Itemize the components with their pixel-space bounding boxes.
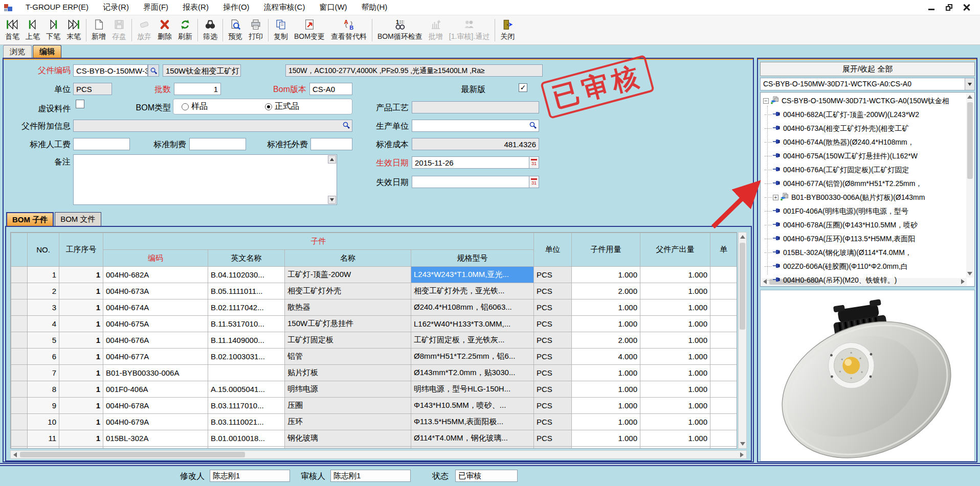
effective-date-field[interactable]: 2015-11-26: [412, 156, 529, 169]
bom-type-radio-1[interactable]: 样品: [182, 101, 208, 112]
cell-unit[interactable]: PCS: [534, 398, 572, 414]
cell-partial[interactable]: [710, 447, 737, 449]
cell-row-indicator[interactable]: [11, 316, 28, 332]
bom-version-dropdown[interactable]: CS-BYB-O-150MW-30D71-WCTKG-A0:CS-A0: [760, 78, 975, 90]
prev-record-button[interactable]: 上笔: [23, 16, 43, 44]
cell-row-indicator[interactable]: [11, 299, 28, 316]
cell-name[interactable]: 贴片灯板: [285, 365, 411, 381]
cell-unit[interactable]: PCS: [534, 381, 572, 398]
dropdown-arrow-button[interactable]: [965, 78, 974, 90]
cell-unit[interactable]: PCS: [534, 299, 572, 316]
cell-en-name[interactable]: B.03.1117010...: [208, 398, 285, 414]
tree-item-7[interactable]: 004H0-677A(铝管)(Ø8mm*H51*T2.25mm，: [765, 177, 964, 191]
cell-code[interactable]: 004H0-682A: [103, 267, 208, 283]
cell-partial[interactable]: [710, 365, 737, 381]
cell-partial[interactable]: [710, 349, 737, 365]
bom-loop-check-button[interactable]: 1BOM循环检查: [374, 16, 426, 44]
cell-no[interactable]: 12: [28, 447, 59, 449]
cell-seq[interactable]: 1: [59, 283, 103, 299]
cell-unit[interactable]: PCS: [534, 349, 572, 365]
tab-browse[interactable]: 浏览: [3, 45, 32, 58]
cell-qty[interactable]: 1.000: [572, 299, 640, 316]
cell-en-name[interactable]: [208, 365, 285, 381]
cell-parent-qty[interactable]: 1.000: [640, 267, 710, 283]
cell-no[interactable]: 11: [28, 430, 59, 447]
menu-item-7[interactable]: 窗口(W): [312, 1, 354, 14]
cell-partial[interactable]: [710, 381, 737, 398]
menu-item-4[interactable]: 报表(R): [175, 1, 216, 14]
remark-scroll-down-button[interactable]: [328, 196, 336, 204]
cell-name[interactable]: 150W工矿灯悬挂件: [285, 316, 411, 332]
cell-code[interactable]: B01-BYB00330-006A: [103, 365, 208, 381]
cell-en-name[interactable]: B.05.1111011...: [208, 283, 285, 299]
cell-seq[interactable]: 1: [59, 430, 103, 447]
cell-spec[interactable]: 相变工矿灯外壳，亚光铁...: [411, 283, 534, 299]
cell-qty[interactable]: 2.000: [572, 332, 640, 349]
remark-textarea[interactable]: [73, 154, 337, 205]
production-unit-field[interactable]: [412, 120, 539, 132]
bom-version-field[interactable]: CS-A0: [309, 83, 352, 95]
cell-unit[interactable]: PCS: [534, 283, 572, 299]
cell-unit[interactable]: PCS: [534, 414, 572, 430]
cell-unit[interactable]: PCS: [534, 316, 572, 332]
cell-qty[interactable]: 4.000: [572, 349, 640, 365]
cell-partial[interactable]: [710, 267, 737, 283]
cell-no[interactable]: 5: [28, 332, 59, 349]
cell-no[interactable]: 9: [28, 398, 59, 414]
filter-button[interactable]: 筛选: [200, 16, 220, 44]
cell-en-name[interactable]: B.02.1003031...: [208, 349, 285, 365]
cell-row-indicator[interactable]: [11, 447, 28, 449]
menu-item-3[interactable]: 界面(F): [136, 1, 175, 14]
cell-spec[interactable]: Φ113.5*H5MM,表面阳极...: [411, 414, 534, 430]
menu-item-1[interactable]: T-GROUP ERP(E): [18, 1, 96, 14]
expand-collapse-all-button[interactable]: 展开/收起 全部: [760, 62, 975, 76]
cell-name[interactable]: 铝管: [285, 349, 411, 365]
cell-partial[interactable]: [710, 414, 737, 430]
cell-parent-qty[interactable]: 1.000: [640, 414, 710, 430]
cell-name[interactable]: 压圈: [285, 398, 411, 414]
next-record-button[interactable]: 下笔: [43, 16, 63, 44]
cell-en-name[interactable]: B.03.1110021...: [208, 414, 285, 430]
cell-parent-qty[interactable]: 1.000: [640, 299, 710, 316]
menu-item-5[interactable]: 操作(O): [216, 1, 257, 14]
tree-item-3[interactable]: 004H0-673A(相变工矿灯外壳)(相变工矿: [765, 122, 964, 135]
cell-seq[interactable]: 1: [59, 267, 103, 283]
cell-spec[interactable]: Ø143mm*T2.0mm，贴3030...: [411, 365, 534, 381]
production-unit-lookup-button[interactable]: [529, 121, 538, 130]
parent-extra-field[interactable]: [73, 120, 352, 132]
cell-parent-qty[interactable]: 1.000: [640, 283, 710, 299]
tree-item-9[interactable]: 001F0-406A(明纬电源)(明纬电源，型号: [765, 204, 964, 218]
bom-change-button[interactable]: BOM变更: [291, 16, 328, 44]
cell-en-name[interactable]: B.12.0542000...: [208, 447, 285, 449]
cell-qty[interactable]: 1.000: [572, 267, 640, 283]
cell-partial[interactable]: [710, 332, 737, 349]
cell-code[interactable]: 004H0-679A: [103, 414, 208, 430]
cell-code[interactable]: 004H0-676A: [103, 332, 208, 349]
cell-seq[interactable]: 1: [59, 349, 103, 365]
batch-field[interactable]: 1: [174, 83, 221, 95]
cell-unit[interactable]: PCS: [534, 332, 572, 349]
cell-parent-qty[interactable]: 1.000: [640, 381, 710, 398]
cell-seq[interactable]: 1: [59, 447, 103, 449]
cell-no[interactable]: 3: [28, 299, 59, 316]
cell-qty[interactable]: 1.000: [572, 381, 640, 398]
cell-row-indicator[interactable]: [11, 365, 28, 381]
cell-partial[interactable]: [710, 316, 737, 332]
cell-code[interactable]: 004H0-675A: [103, 316, 208, 332]
remark-scroll-up-button[interactable]: [328, 155, 336, 164]
cell-name[interactable]: 硅胶圈: [285, 447, 411, 449]
cell-row-indicator[interactable]: [11, 267, 28, 283]
close-button[interactable]: 关闭: [497, 16, 518, 44]
cell-seq[interactable]: 1: [59, 316, 103, 332]
cell-unit[interactable]: PCS: [534, 267, 572, 283]
cell-parent-qty[interactable]: 1.000: [640, 398, 710, 414]
new-button[interactable]: 新增: [88, 16, 109, 44]
std-mfg-field[interactable]: [189, 138, 246, 150]
tree-item-11[interactable]: 004H0-679A(压环)(Φ113.5*H5MM,表面阳: [765, 232, 964, 246]
print-button[interactable]: 打印: [246, 16, 266, 44]
grid-vertical-scrollbar[interactable]: [738, 232, 747, 449]
cell-partial[interactable]: [710, 283, 737, 299]
cell-no[interactable]: 2: [28, 283, 59, 299]
cell-spec[interactable]: Φ110*Φ2.0mm,白色硅胶...: [411, 447, 534, 449]
minimize-button[interactable]: [923, 2, 940, 14]
